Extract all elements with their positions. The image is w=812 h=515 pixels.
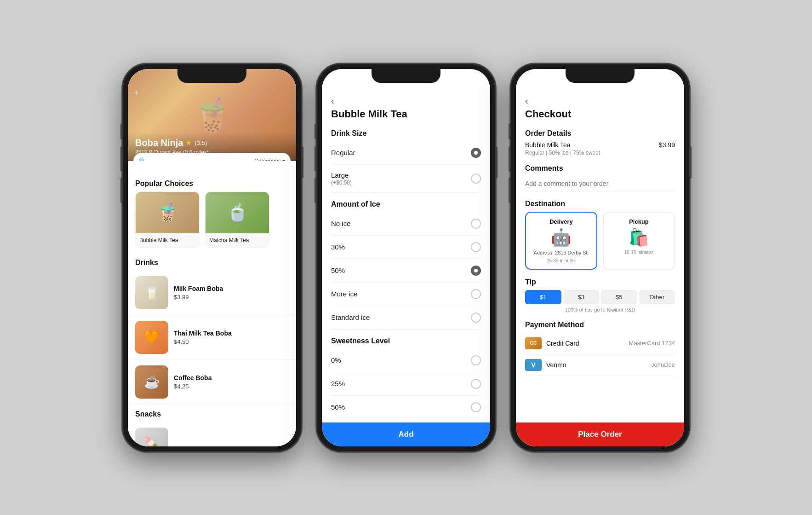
tip-btn-1[interactable]: $1 xyxy=(525,290,561,304)
ice-no-ice-radio[interactable] xyxy=(471,219,481,229)
order-details-title: Order Details xyxy=(525,129,675,138)
menu-content: Popular Choices 🧋 Bubble Milk Tea 🍵 Matc… xyxy=(128,161,296,446)
tip-btn-other[interactable]: Other xyxy=(639,290,675,304)
ice-30-radio[interactable] xyxy=(471,242,481,252)
delivery-address: Address: 2819 Derby St. xyxy=(534,250,589,255)
search-icon: 🔍 xyxy=(139,157,146,161)
sweet-option-0[interactable]: 0% xyxy=(331,349,481,372)
menu-item-info-1: Milk Foam Boba $3.99 xyxy=(174,285,289,301)
pickup-card[interactable]: Pickup 🛍️ 10-15 minutes xyxy=(603,212,675,270)
menu-item-name-1: Milk Foam Boba xyxy=(174,285,289,292)
ice-50-label: 50% xyxy=(331,266,345,274)
restaurant-name: Boba Ninja xyxy=(135,138,183,148)
venmo-icon: V xyxy=(525,359,542,371)
payment-cc-name: Credit Card xyxy=(546,340,624,347)
popular-item-img-2: 🍵 xyxy=(206,192,269,233)
size-regular-radio[interactable] xyxy=(471,148,481,158)
menu-item-snack-placeholder[interactable]: 🍡 xyxy=(128,422,296,446)
delivery-robot-icon: 🤖 xyxy=(551,228,572,247)
back-button-phone3[interactable]: ‹ xyxy=(525,92,675,108)
ice-more-radio[interactable] xyxy=(471,289,481,299)
sweet-0-label: 0% xyxy=(331,356,341,364)
popular-item-label-2: Matcha Milk Tea xyxy=(206,233,269,247)
order-item-price: $3.99 xyxy=(659,141,675,149)
payment-credit-card[interactable]: CC Credit Card MasterCard 1234 xyxy=(525,333,675,354)
comment-input[interactable] xyxy=(525,176,675,191)
destination-title: Destination xyxy=(525,200,675,208)
menu-item-milk-foam-boba[interactable]: 🥛 Milk Foam Boba $3.99 xyxy=(128,271,296,315)
menu-item-thai-milk-tea[interactable]: 🧡 Thai Milk Tea Boba $4.50 xyxy=(128,315,296,360)
sweet-25-label: 25% xyxy=(331,380,345,388)
ice-more-label: More ice xyxy=(331,290,358,298)
ice-no-ice-label: No ice xyxy=(331,220,351,227)
sweet-0-radio[interactable] xyxy=(471,355,481,365)
sweet-50-radio[interactable] xyxy=(471,402,481,412)
back-button-phone2[interactable]: ‹ xyxy=(331,92,481,108)
add-to-cart-button[interactable]: Add xyxy=(322,422,490,446)
restaurant-rating: (3.5) xyxy=(194,139,207,146)
notch-3 xyxy=(566,69,635,83)
ice-section: Amount of Ice xyxy=(331,200,481,208)
size-option-large[interactable]: Large (+$0.50) xyxy=(331,165,481,193)
checkout-title: Checkout xyxy=(525,108,675,120)
size-regular-label: Regular xyxy=(331,149,355,156)
ice-option-standard[interactable]: Standard ice xyxy=(331,306,481,330)
chevron-down-icon: ▾ xyxy=(282,158,285,161)
size-large-label: Large xyxy=(331,171,349,179)
ice-standard-label: Standard ice xyxy=(331,313,370,321)
payment-venmo-name: Venmo xyxy=(546,361,646,369)
popular-item-bubble-milk-tea[interactable]: 🧋 Bubble Milk Tea xyxy=(135,191,200,248)
payment-section: Payment Method CC Credit Card MasterCard… xyxy=(525,321,675,376)
restaurant-header: 🧋 ‹ Boba Ninja ★ (3.5) 2519 B Durant Ave… xyxy=(128,69,296,161)
ice-30-label: 30% xyxy=(331,243,345,251)
sweet-option-25[interactable]: 25% xyxy=(331,372,481,396)
size-large-sublabel: (+$0.50) xyxy=(331,179,352,186)
menu-item-price-1: $3.99 xyxy=(174,294,289,301)
payment-venmo[interactable]: V Venmo JohnDoe xyxy=(525,354,675,376)
phone-1: 🧋 ‹ Boba Ninja ★ (3.5) 2519 B Durant Ave… xyxy=(122,64,302,452)
popular-item-label-1: Bubble Milk Tea xyxy=(136,233,199,247)
place-order-button[interactable]: Place Order xyxy=(516,422,684,446)
comments-title: Comments xyxy=(525,164,675,173)
pickup-bag-icon: 🛍️ xyxy=(629,228,649,247)
menu-item-coffee-boba[interactable]: ☕ Coffee Boba $4.25 xyxy=(128,360,296,405)
delivery-card[interactable]: Delivery 🤖 Address: 2819 Derby St. 25-35… xyxy=(525,212,597,270)
drinks-section-title: Drinks xyxy=(128,253,296,271)
phone-2: ‹ Bubble Milk Tea Drink Size Regular Lar… xyxy=(316,64,496,452)
drink-size-section: Drink Size xyxy=(331,129,481,138)
menu-item-img-snack: 🍡 xyxy=(135,428,168,446)
tip-note: 100% of tips go to Kiwibot R&D xyxy=(525,307,675,312)
tip-btn-3[interactable]: $5 xyxy=(601,290,637,304)
sweet-option-50[interactable]: 50% xyxy=(331,396,481,419)
payment-cc-detail: MasterCard 1234 xyxy=(629,340,675,347)
back-button-phone1[interactable]: ‹ xyxy=(135,87,138,97)
tip-options-row: $1 $3 $5 Other xyxy=(525,290,675,304)
checkout-content: ‹ Checkout Order Details Bubble Milk Tea… xyxy=(516,69,684,422)
popular-item-matcha-milk-tea[interactable]: 🍵 Matcha Milk Tea xyxy=(205,191,269,248)
popular-scroll: 🧋 Bubble Milk Tea 🍵 Matcha Milk Tea xyxy=(128,191,296,253)
ice-option-50[interactable]: 50% xyxy=(331,259,481,283)
search-bar: 🔍 Categories ▾ xyxy=(133,153,291,161)
ice-option-more[interactable]: More ice xyxy=(331,283,481,306)
pickup-label: Pickup xyxy=(629,218,649,225)
categories-dropdown[interactable]: Categories ▾ xyxy=(254,158,285,161)
menu-item-name-2: Thai Milk Tea Boba xyxy=(174,330,289,337)
size-option-regular[interactable]: Regular xyxy=(331,141,481,165)
tip-btn-2[interactable]: $3 xyxy=(563,290,600,304)
ice-option-30[interactable]: 30% xyxy=(331,236,481,259)
size-large-radio[interactable] xyxy=(471,174,481,184)
ice-option-no-ice[interactable]: No ice xyxy=(331,212,481,236)
snacks-section-title: Snacks xyxy=(128,405,296,422)
menu-item-info-2: Thai Milk Tea Boba $4.50 xyxy=(174,330,289,345)
delivery-label: Delivery xyxy=(549,218,573,225)
order-item-info: Bubble Milk Tea Regular | 50% ice | 75% … xyxy=(525,141,600,156)
order-item-row: Bubble Milk Tea Regular | 50% ice | 75% … xyxy=(525,141,675,156)
destination-section: Destination Delivery 🤖 Address: 2819 Der… xyxy=(525,200,675,270)
ice-standard-radio[interactable] xyxy=(471,312,481,323)
sweet-25-radio[interactable] xyxy=(471,379,481,389)
customization-content: ‹ Bubble Milk Tea Drink Size Regular Lar… xyxy=(322,69,490,422)
size-large-info: Large (+$0.50) xyxy=(331,171,352,186)
tip-section: Tip $1 $3 $5 Other 100% of tips go to Ki… xyxy=(525,278,675,312)
notch-1 xyxy=(177,69,246,83)
ice-50-radio[interactable] xyxy=(471,266,481,276)
